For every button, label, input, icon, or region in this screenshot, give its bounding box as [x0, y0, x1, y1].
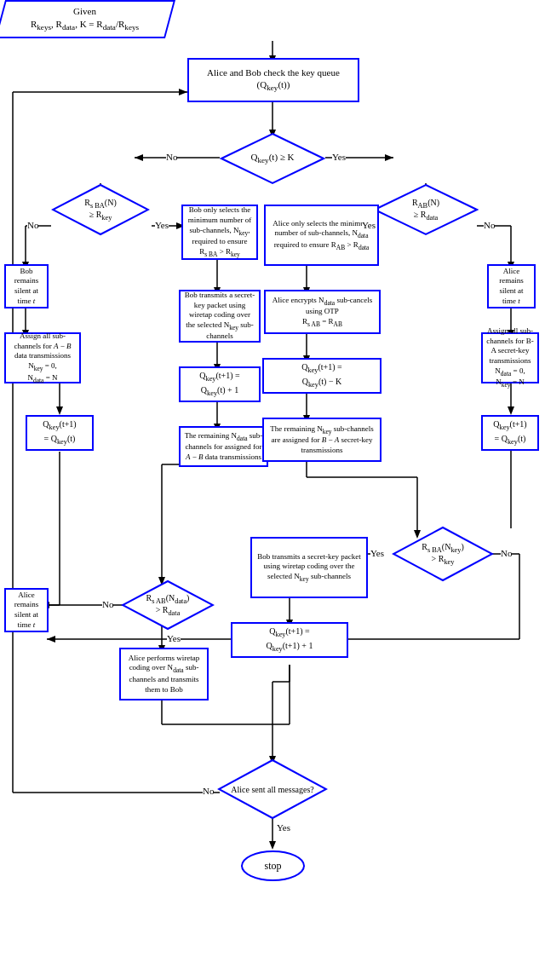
label-yes-sent-down: Yes	[277, 822, 290, 833]
bob-transmits2-box: Bob transmits a secret-key packet using …	[250, 537, 368, 598]
assign-ab-box: Assign all sub-channels for A − B data t…	[4, 332, 81, 383]
svg-marker-76	[179, 89, 187, 95]
svg-marker-44	[508, 406, 514, 415]
label-yes-rsab-down: Yes	[167, 633, 181, 643]
qkey-t1-right-box: Qkey(t+1) =Qkey(t) − K	[262, 358, 382, 394]
label-no-rab-right: No	[484, 220, 495, 230]
alice-wiretap-box: Alice performs wiretap coding over Ndata…	[119, 648, 209, 700]
svg-marker-18	[56, 406, 63, 415]
bob-transmits-box: Bob transmits a secret-key packet using …	[179, 290, 261, 343]
check-queue-box: Alice and Bob check the key queue(Qkey(t…	[187, 58, 359, 102]
given-box: GivenRkeys, Rdata, K = Rdata/Rkeys	[0, 0, 175, 38]
label-yes-rab-left: Yes	[362, 220, 376, 230]
label-no-sent-left: No	[203, 786, 214, 796]
svg-marker-78	[269, 841, 276, 850]
label-no-rsba2-right: No	[501, 548, 512, 558]
label-no-rsab-left: No	[102, 599, 113, 609]
label-yes-right: Yes	[332, 152, 346, 162]
svg-marker-7	[385, 154, 393, 161]
svg-marker-56	[47, 636, 55, 643]
qkey-t1-ba-right-box: Qkey(t+1)= Qkey(t)	[481, 415, 539, 451]
qkey-t1-mid-box: Qkey(t+1) =Qkey(t) + 1	[179, 366, 261, 402]
label-no-left: No	[166, 152, 177, 162]
diamond-rab: RAB(N)≥ Rdata	[373, 183, 479, 236]
label-yes-rsba-right: Yes	[155, 220, 169, 230]
alice-selects-min-box: Alice only selects the minimum number of…	[264, 205, 379, 266]
diamond-rsba2: Rs BA(Nkey)> Rkey	[392, 526, 494, 582]
label-yes-rsba2-left: Yes	[370, 548, 384, 558]
diamond-rsba: Rs BA(N)≥ Rkey	[51, 183, 150, 236]
qkey-t1-left-box: Qkey(t+1)= Qkey(t)	[26, 415, 94, 451]
diamond-qkey-k: Qkey(t) ≥ K	[220, 132, 325, 185]
remaining-ndata-box: The remaining Ndata sub-channels for ass…	[179, 426, 268, 467]
alice-encrypts-box: Alice encrypts Ndata sub-cancels using O…	[264, 290, 381, 334]
assign-ba-box: Assign all sub-channels for B-A secret-k…	[481, 332, 539, 383]
bob-silent-box: Bob remains silent at time t	[4, 264, 49, 308]
remaining-nkey-ba-box: The remaining Nkey sub-channels are assi…	[262, 418, 382, 462]
bob-selects-min-box: Bob only selects the minimum number of s…	[181, 205, 258, 260]
svg-marker-5	[135, 154, 143, 161]
diamond-sent: Alice sent all messages?	[217, 758, 328, 820]
qkey-final-box: Qkey(t+1) =Qkey(t+1) + 1	[231, 622, 348, 658]
stop-ellipse: stop	[241, 850, 305, 881]
alice-silent-bottom-box: Alice remains silent at time t	[4, 588, 49, 632]
diamond-rsab: Rs AB(Ndata)> Rdata	[121, 579, 215, 631]
flowchart: GivenRkeys, Rdata, K = Rdata/Rkeys Alice…	[0, 0, 545, 980]
alice-silent-right-box: Alice remains silent at time t	[487, 264, 536, 308]
label-no-rsba-left: No	[27, 220, 38, 230]
